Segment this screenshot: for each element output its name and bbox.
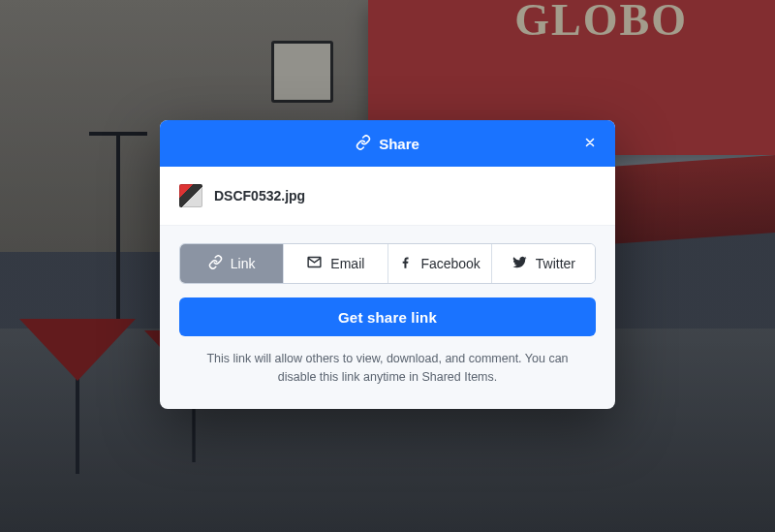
tab-twitter[interactable]: Twitter	[491, 244, 595, 283]
close-button[interactable]	[576, 130, 604, 157]
tab-label: Facebook	[420, 256, 480, 271]
tab-link[interactable]: Link	[180, 244, 283, 283]
link-icon	[208, 255, 223, 272]
tab-facebook[interactable]: Facebook	[388, 244, 491, 283]
hint-text: This link will allow others to view, dow…	[191, 350, 584, 388]
get-share-link-button[interactable]: Get share link	[179, 297, 596, 336]
share-method-tabs: Link Email Facebook	[179, 243, 596, 284]
file-thumbnail	[179, 184, 202, 207]
tab-label: Email	[330, 256, 364, 271]
tab-email[interactable]: Email	[283, 244, 387, 283]
email-icon	[306, 254, 323, 273]
file-name: DSCF0532.jpg	[214, 188, 305, 203]
tab-label: Link	[231, 256, 256, 271]
modal-body: Link Email Facebook	[160, 226, 615, 409]
modal-header: Share	[160, 120, 615, 167]
close-icon	[583, 136, 597, 152]
link-icon	[356, 135, 371, 153]
tab-label: Twitter	[536, 256, 575, 271]
twitter-icon	[512, 254, 528, 273]
facebook-icon	[398, 255, 413, 272]
file-row: DSCF0532.jpg	[160, 167, 615, 226]
share-modal: Share DSCF0532.jpg Link	[160, 120, 615, 409]
modal-title: Share	[379, 136, 419, 152]
